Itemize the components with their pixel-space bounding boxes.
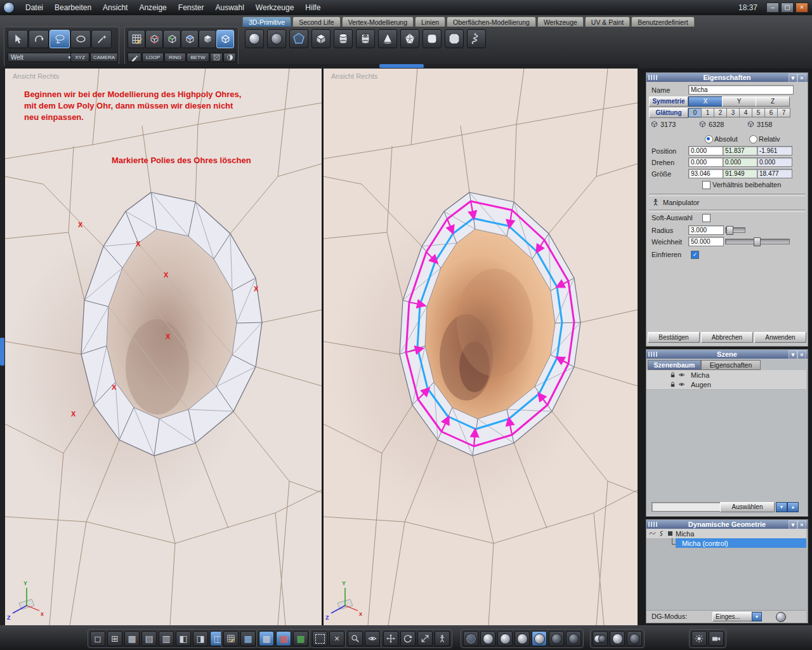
szene-titlebar[interactable]: Szene ▼ × — [646, 350, 808, 359]
marquee-button[interactable] — [312, 631, 327, 646]
select-arrow-tool-button[interactable] — [8, 30, 28, 48]
primitive-gem-button[interactable] — [400, 29, 419, 48]
edge-mode-button[interactable] — [163, 30, 181, 48]
eye-icon[interactable] — [678, 381, 685, 388]
smoothing-level-2[interactable]: 2 — [714, 108, 727, 117]
ring-button[interactable]: RING — [164, 53, 186, 62]
object-mode-button[interactable] — [199, 30, 216, 48]
display-textured-button[interactable] — [514, 631, 530, 646]
close-icon[interactable]: × — [797, 74, 806, 83]
horizontal-scrollbar-thumb[interactable] — [379, 64, 424, 68]
scene-item-augen[interactable]: Augen — [646, 380, 806, 390]
tab-3d-primitive[interactable]: 3D-Primitive — [242, 17, 291, 27]
auswaehlen-button[interactable]: Auswählen — [720, 502, 775, 512]
multi-mode-button[interactable] — [216, 30, 234, 48]
soft-auswahl-checkbox[interactable] — [702, 214, 710, 222]
eye-icon[interactable] — [678, 371, 685, 378]
grid-blue-button[interactable]: ▦ — [259, 631, 274, 646]
size-z-field[interactable]: 18.477 — [757, 169, 792, 178]
layout-cols-button[interactable]: ▥ — [159, 631, 174, 646]
smoothing-level-0[interactable]: 0 — [688, 108, 702, 117]
face-mode-button[interactable] — [181, 30, 199, 48]
collapse-icon[interactable]: ▼ — [789, 521, 797, 529]
sphere-button[interactable] — [610, 631, 625, 646]
welt-dropdown[interactable]: Welt ▼ — [8, 53, 75, 62]
scale-button[interactable] — [417, 631, 433, 646]
lasso-tool-button[interactable] — [49, 30, 70, 48]
display-shaded-button[interactable] — [532, 631, 547, 646]
dyn-titlebar[interactable]: Dynamische Geometrie ▼ × — [646, 520, 808, 529]
vertical-scrollbar-thumb[interactable] — [0, 338, 4, 366]
smoothing-level-4[interactable]: 4 — [739, 108, 752, 117]
horizontal-scrollbar[interactable] — [5, 64, 638, 68]
vertical-scrollbar[interactable] — [0, 69, 4, 625]
tab-vertex-modellierung[interactable]: Vertex-Modellierung — [342, 17, 414, 27]
position-x-field[interactable]: 0.000 — [688, 146, 724, 156]
layout-single-button[interactable]: ◻ — [90, 631, 105, 646]
grid-table-button[interactable]: ▦ — [240, 631, 256, 646]
light-button[interactable] — [691, 631, 707, 646]
scene-item-micha[interactable]: Micha — [646, 370, 806, 380]
glaettung-button[interactable]: Glättung — [649, 108, 688, 118]
s-curve-icon[interactable] — [658, 530, 665, 537]
viewport-right[interactable]: Y Z x Ansicht Rechts — [324, 69, 638, 625]
tree-expander-icon[interactable] — [668, 531, 672, 536]
primitive-rounded-cube-button[interactable] — [422, 29, 442, 48]
eigenschaften-titlebar[interactable]: Eigenschaften ▼ × — [646, 73, 808, 82]
scene-search-input[interactable] — [652, 502, 721, 512]
radius-field[interactable]: 3.000 — [688, 225, 724, 235]
betw-button[interactable]: BETW — [187, 53, 209, 62]
symmetry-z-button[interactable]: Z — [756, 96, 790, 107]
smoothing-level-5[interactable]: 5 — [752, 108, 765, 117]
bestaetigen-button[interactable]: Bestätigen — [648, 332, 700, 343]
dg-modus-dropdown[interactable]: Einges... — [712, 612, 756, 621]
layout-right-split-button[interactable]: ◨ — [193, 631, 208, 646]
primitive-spring-button[interactable] — [467, 29, 486, 48]
menu-auswahl[interactable]: Auswahl — [209, 3, 249, 12]
display-flat-button[interactable] — [480, 631, 495, 646]
translate-button[interactable] — [383, 631, 398, 646]
tab-benutzerdefiniert[interactable]: Benutzerdefiniert — [631, 17, 694, 27]
select-box-mode-button[interactable] — [210, 53, 223, 62]
abbrechen-button[interactable]: Abbrechen — [701, 332, 753, 343]
tab-szene-eigenschaften[interactable]: Eigenschaften — [701, 360, 761, 370]
tab-oberflaechen-modellierung[interactable]: Oberflächen-Modellierung — [447, 17, 536, 27]
layout-grid-button[interactable]: ▦ — [124, 631, 140, 646]
symmetry-y-button[interactable]: Y — [722, 96, 756, 107]
symmetry-x-button[interactable]: X — [688, 96, 723, 107]
menu-werkzeuge[interactable]: Werkzeuge — [250, 3, 299, 12]
tab-second-life[interactable]: Second Life — [292, 17, 340, 27]
tab-uv-paint[interactable]: UV & Paint — [585, 17, 630, 27]
layout-quad-button[interactable]: ⊞ — [107, 631, 122, 646]
rotate-view-tool-button[interactable] — [29, 30, 49, 48]
collapse-icon[interactable]: ▼ — [789, 74, 797, 83]
display-dark-button[interactable] — [549, 631, 564, 646]
primitive-polygon-button[interactable] — [289, 29, 308, 48]
weichheit-field[interactable]: 50.000 — [688, 237, 724, 246]
primitive-tube-button[interactable] — [356, 29, 375, 48]
rotation-x-field[interactable]: 0.000 — [688, 157, 724, 167]
menu-ansicht[interactable]: Ansicht — [97, 3, 133, 12]
position-z-field[interactable]: -1.961 — [757, 146, 792, 156]
primitive-cone-button[interactable] — [378, 29, 397, 48]
dg-modus-dropdown-arrow[interactable]: ▼ — [752, 612, 762, 621]
primitive-ball-button[interactable] — [267, 29, 286, 48]
scene-up-button[interactable]: ▲ — [787, 502, 799, 512]
radius-slider-thumb[interactable] — [726, 226, 733, 235]
render-camera-button[interactable] — [709, 631, 724, 646]
camera-button[interactable]: CAMERA — [90, 53, 118, 62]
close-icon[interactable]: × — [797, 521, 806, 529]
minimize-button[interactable]: – — [766, 3, 779, 13]
draw-poly-mode-button[interactable] — [128, 30, 145, 48]
zoom-button[interactable] — [348, 631, 363, 646]
rotate-button[interactable] — [400, 631, 416, 646]
position-y-field[interactable]: 51.837 — [723, 146, 758, 156]
smoothing-level-7[interactable]: 7 — [777, 108, 790, 117]
scene-down-button[interactable]: ▼ — [776, 502, 787, 512]
close-button[interactable]: × — [796, 3, 808, 13]
manipulator-person-button[interactable] — [435, 631, 450, 646]
loop-select-icon-button[interactable] — [128, 53, 141, 62]
primitive-cylinder-button[interactable] — [334, 29, 353, 48]
dg-sphere-icon[interactable] — [776, 612, 786, 622]
deselect-button[interactable]: × — [329, 631, 344, 646]
